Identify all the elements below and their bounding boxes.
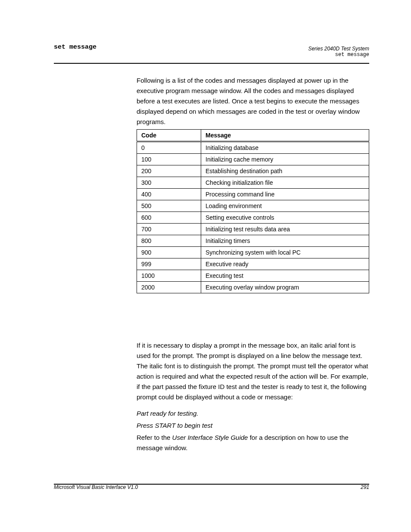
closing-block: If it is necessary to display a prompt i… bbox=[137, 340, 369, 459]
cell-message: Initializing test results data area bbox=[201, 224, 369, 235]
cell-code: 500 bbox=[137, 200, 201, 212]
codes-table-wrap: Code Message 0Initializing database100In… bbox=[137, 129, 369, 293]
cell-code: 200 bbox=[137, 165, 201, 177]
cell-message: Executing overlay window program bbox=[201, 282, 369, 293]
closing-paragraph-1: If it is necessary to display a prompt i… bbox=[137, 340, 369, 402]
cell-message: Loading environment bbox=[201, 200, 369, 212]
header-rule bbox=[54, 63, 369, 64]
table-row: 300Checking initialization file bbox=[137, 177, 369, 189]
cell-code: 800 bbox=[137, 235, 201, 247]
codes-table: Code Message 0Initializing database100In… bbox=[137, 129, 369, 293]
table-header-row: Code Message bbox=[137, 130, 369, 142]
col-header-code: Code bbox=[137, 130, 201, 142]
cell-code: 900 bbox=[137, 247, 201, 258]
page-footer: Microsoft Visual Basic Interface V1.0 29… bbox=[54, 484, 369, 490]
cell-message: Processing command line bbox=[201, 189, 369, 200]
cell-code: 400 bbox=[137, 189, 201, 200]
table-row: 200Establishing destination path bbox=[137, 165, 369, 177]
table-row: 0Initializing database bbox=[137, 142, 369, 154]
table-row: 2000Executing overlay window program bbox=[137, 282, 369, 293]
table-row: 1000Executing test bbox=[137, 270, 369, 282]
cell-code: 2000 bbox=[137, 282, 201, 293]
cell-code: 700 bbox=[137, 224, 201, 235]
cell-code: 100 bbox=[137, 154, 201, 165]
table-row: 100Initializing cache memory bbox=[137, 154, 369, 165]
cell-message: Checking initialization file bbox=[201, 177, 369, 189]
closing-paragraph-2: Refer to the User Interface Style Guide … bbox=[137, 432, 369, 453]
cell-code: 300 bbox=[137, 177, 201, 189]
table-row: 700Initializing test results data area bbox=[137, 224, 369, 235]
table-row: 600Setting executive controls bbox=[137, 212, 369, 224]
cell-code: 1000 bbox=[137, 270, 201, 282]
header-product-line: Series 2040D Test System bbox=[308, 46, 369, 52]
table-row: 800Initializing timers bbox=[137, 235, 369, 247]
header-command-label: set message bbox=[54, 44, 97, 51]
table-row: 400Processing command line bbox=[137, 189, 369, 200]
example-prompt: Part ready for testing. Press START to b… bbox=[137, 408, 369, 431]
col-header-message: Message bbox=[201, 130, 369, 142]
cell-message: Initializing timers bbox=[201, 235, 369, 247]
closing-p2-italic: User Interface Style Guide bbox=[172, 434, 248, 441]
table-row: 900Synchronizing system with local PC bbox=[137, 247, 369, 258]
closing-p2-text-a: Refer to the bbox=[137, 434, 172, 441]
cell-message: Establishing destination path bbox=[201, 165, 369, 177]
table-row: 500Loading environment bbox=[137, 200, 369, 212]
cell-message: Initializing database bbox=[201, 142, 369, 154]
header-right-block: Series 2040D Test System set message bbox=[308, 46, 369, 58]
prompt-line-2: Press START to begin test bbox=[137, 420, 369, 431]
prompt-line-1: Part ready for testing. bbox=[137, 408, 369, 419]
footer-left-text: Microsoft Visual Basic Interface V1.0 bbox=[54, 484, 138, 490]
cell-code: 600 bbox=[137, 212, 201, 224]
intro-paragraph: Following is a list of the codes and mes… bbox=[137, 75, 369, 127]
footer-page-number: 291 bbox=[361, 484, 369, 490]
cell-message: Initializing cache memory bbox=[201, 154, 369, 165]
table-row: 999Executive ready bbox=[137, 258, 369, 270]
cell-message: Executing test bbox=[201, 270, 369, 282]
cell-code: 0 bbox=[137, 142, 201, 154]
cell-message: Setting executive controls bbox=[201, 212, 369, 224]
cell-message: Executive ready bbox=[201, 258, 369, 270]
header-command-label-right: set message bbox=[308, 52, 369, 58]
cell-message: Synchronizing system with local PC bbox=[201, 247, 369, 258]
cell-code: 999 bbox=[137, 258, 201, 270]
